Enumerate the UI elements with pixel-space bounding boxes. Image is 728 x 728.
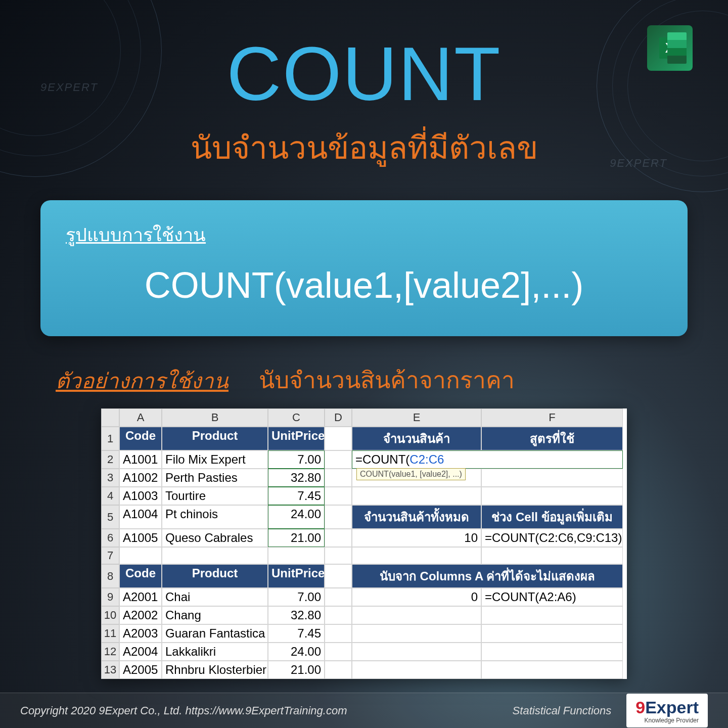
cell[interactable]: 7.45 [268, 624, 325, 643]
cell[interactable]: 32.80 [268, 469, 325, 487]
col-header-B[interactable]: B [162, 408, 268, 427]
cell[interactable]: Chai [162, 588, 268, 606]
cell[interactable]: Chang [162, 606, 268, 624]
cell[interactable] [481, 643, 623, 661]
cell[interactable]: 7.45 [268, 487, 325, 505]
cell[interactable]: Rhnbru Klosterbier [162, 661, 268, 679]
row-header[interactable]: 10 [101, 606, 119, 624]
cell[interactable]: A2002 [119, 606, 162, 624]
cell[interactable]: 21.00 [268, 529, 325, 547]
row-header[interactable]: 2 [101, 450, 119, 469]
cell[interactable] [325, 505, 352, 529]
example-label: ตัวอย่างการใช้งาน [56, 364, 229, 397]
row-header[interactable]: 4 [101, 487, 119, 505]
cell[interactable] [325, 450, 352, 469]
cell[interactable]: A2003 [119, 624, 162, 643]
cell[interactable] [325, 661, 352, 679]
cell[interactable]: Guaran Fantastica [162, 624, 268, 643]
row-header[interactable]: 11 [101, 624, 119, 643]
cell[interactable]: A2001 [119, 588, 162, 606]
cell[interactable]: 10 [352, 529, 481, 547]
cell[interactable] [325, 643, 352, 661]
cell[interactable]: 7.00 [268, 588, 325, 606]
cell[interactable] [352, 624, 481, 643]
cell[interactable]: A1002 [119, 469, 162, 487]
cell[interactable] [481, 469, 623, 487]
cell[interactable]: Pt chinois [162, 505, 268, 529]
cell[interactable]: 24.00 [268, 643, 325, 661]
cell[interactable] [325, 606, 352, 624]
cell[interactable] [481, 661, 623, 679]
row-header[interactable]: 12 [101, 643, 119, 661]
cell[interactable]: 7.00 [268, 450, 325, 469]
cell[interactable]: Filo Mix Expert [162, 450, 268, 469]
cell[interactable]: Queso Cabrales [162, 529, 268, 547]
cell[interactable]: Product [162, 427, 268, 450]
col-header-C[interactable]: C [268, 408, 325, 427]
formula-editing-cell[interactable]: =COUNT(C2:C6 COUNT(value1, [value2], ...… [352, 450, 623, 469]
cell[interactable]: 32.80 [268, 606, 325, 624]
cell[interactable] [119, 547, 162, 564]
cell[interactable] [325, 487, 352, 505]
cell[interactable] [481, 547, 623, 564]
cell[interactable] [325, 469, 352, 487]
row-header[interactable]: 13 [101, 661, 119, 679]
row-header[interactable]: 5 [101, 505, 119, 529]
cell[interactable]: Code [119, 427, 162, 450]
cell[interactable]: Perth Pasties [162, 469, 268, 487]
cell[interactable]: A1001 [119, 450, 162, 469]
cell[interactable]: A1004 [119, 505, 162, 529]
cell[interactable]: จำนวนสินค้าทั้งหมด [352, 505, 481, 529]
cell[interactable]: A2004 [119, 643, 162, 661]
cell[interactable] [325, 588, 352, 606]
row-header[interactable]: 3 [101, 469, 119, 487]
row-header[interactable]: 6 [101, 529, 119, 547]
cell[interactable] [268, 547, 325, 564]
cell[interactable]: A1005 [119, 529, 162, 547]
cell[interactable]: A1003 [119, 487, 162, 505]
select-all-corner[interactable] [101, 408, 119, 427]
cell[interactable]: 0 [352, 588, 481, 606]
row-header[interactable]: 7 [101, 547, 119, 564]
cell[interactable] [325, 547, 352, 564]
cell[interactable]: Code [119, 564, 162, 588]
cell[interactable]: Tourtire [162, 487, 268, 505]
cell[interactable]: 24.00 [268, 505, 325, 529]
cell[interactable]: A2005 [119, 661, 162, 679]
row-header[interactable]: 9 [101, 588, 119, 606]
cell[interactable] [352, 661, 481, 679]
row-header[interactable]: 1 [101, 427, 119, 450]
cell[interactable] [325, 529, 352, 547]
cell[interactable]: ช่วง Cell ข้อมูลเพิ่มเติม [481, 505, 623, 529]
cell[interactable]: Lakkalikri [162, 643, 268, 661]
cell[interactable]: สูตรที่ใช้ [481, 427, 623, 450]
col-header-F[interactable]: F [481, 408, 623, 427]
cell[interactable]: จำนวนสินค้า [352, 427, 481, 450]
cell[interactable] [352, 643, 481, 661]
cell[interactable] [481, 487, 623, 505]
cell[interactable] [352, 487, 481, 505]
cell[interactable] [325, 427, 352, 450]
cell[interactable]: =COUNT(A2:A6) [481, 588, 623, 606]
cell[interactable] [162, 547, 268, 564]
col-header-E[interactable]: E [352, 408, 481, 427]
syntax-label: รูปแบบการใช้งาน [66, 220, 662, 249]
cell[interactable] [352, 606, 481, 624]
cell[interactable] [325, 564, 352, 588]
col-header-A[interactable]: A [119, 408, 162, 427]
spreadsheet[interactable]: A B C D E F 1 Code Product UnitPrice จำน… [101, 408, 627, 679]
cell[interactable] [481, 624, 623, 643]
cell[interactable]: UnitPrice [268, 564, 325, 588]
cell[interactable]: นับจาก Columns A ค่าที่ได้จะไม่แสดงผล [352, 564, 623, 588]
cell[interactable]: 21.00 [268, 661, 325, 679]
cell[interactable]: UnitPrice [268, 427, 325, 450]
excel-icon: X [647, 25, 693, 71]
cell[interactable] [481, 606, 623, 624]
row-header[interactable]: 8 [101, 564, 119, 588]
col-header-D[interactable]: D [325, 408, 352, 427]
cell[interactable] [352, 547, 481, 564]
syntax-text: COUNT(value1,[value2],...) [66, 264, 662, 306]
cell[interactable] [325, 624, 352, 643]
cell[interactable]: Product [162, 564, 268, 588]
cell[interactable]: =COUNT(C2:C6,C9:C13) [481, 529, 623, 547]
